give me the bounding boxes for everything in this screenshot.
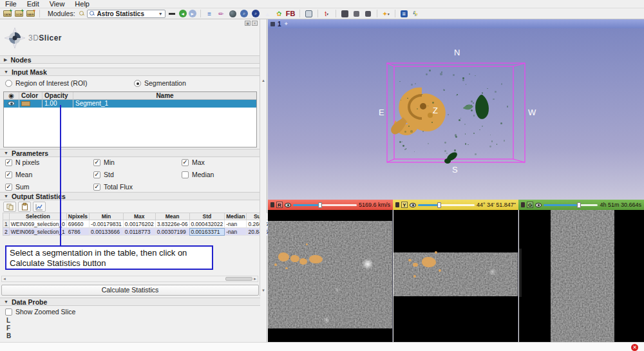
- section-input-mask[interactable]: ▼ Input Mask: [0, 68, 260, 76]
- checkbox-box[interactable]: [182, 171, 189, 178]
- vertical-scrollbar[interactable]: ▲ ▼: [260, 19, 267, 296]
- col-min[interactable]: Min: [90, 213, 124, 220]
- cell-selection[interactable]: WEIN069_selection_1: [9, 228, 66, 236]
- col-std[interactable]: Std: [189, 213, 225, 220]
- green-slice-view[interactable]: [519, 210, 644, 342]
- checkbox-box[interactable]: ✓: [93, 171, 100, 178]
- capture-icon[interactable]: [363, 10, 373, 18]
- scroll-up-icon[interactable]: ▲: [261, 79, 265, 82]
- menu-file[interactable]: File: [0, 0, 22, 8]
- checkbox-box[interactable]: ✓: [5, 184, 12, 191]
- col-median[interactable]: Median: [225, 213, 247, 220]
- wand-icon[interactable]: ✎: [216, 10, 226, 18]
- back-icon[interactable]: ◄: [179, 10, 187, 17]
- chart-icon[interactable]: [33, 202, 46, 212]
- mouse-mode-icon[interactable]: t▾: [322, 10, 332, 18]
- markups-icon[interactable]: ⟑: [263, 10, 272, 18]
- scene-view-icon[interactable]: [352, 10, 361, 18]
- forward-icon[interactable]: ►: [189, 10, 196, 17]
- segment-row[interactable]: 1.00 Segment_1: [4, 100, 256, 108]
- checkbox-box[interactable]: ✓: [93, 159, 100, 166]
- cell-min[interactable]: 0.00133666: [90, 228, 124, 236]
- section-parameters[interactable]: ▼ Parameters: [0, 149, 260, 157]
- editor-icon[interactable]: FB: [286, 10, 296, 18]
- roi-radio-option[interactable]: Region of Interest (ROI): [5, 79, 87, 87]
- checkbox-min[interactable]: ✓Min: [93, 158, 182, 166]
- cell-std-current[interactable]: 0.00163371: [189, 228, 225, 236]
- checkbox-std[interactable]: ✓Std: [93, 171, 182, 178]
- copy-icon[interactable]: [3, 202, 16, 212]
- section-nodes[interactable]: ▶ Nodes: [0, 55, 260, 64]
- checkbox-box[interactable]: ✓: [182, 159, 189, 166]
- layout-icon[interactable]: [304, 10, 314, 18]
- col-selection[interactable]: Selection: [9, 213, 66, 220]
- show-zoomed-slice-checkbox[interactable]: [5, 308, 12, 316]
- python-console-icon[interactable]: ϟϟ: [411, 10, 421, 18]
- green-slice-bar[interactable]: G 4h 51m 30.664s: [518, 200, 644, 210]
- scrollbar-thumb[interactable]: [225, 277, 252, 281]
- roi-radio[interactable]: [5, 80, 12, 87]
- cell-max[interactable]: 0.00176202: [123, 220, 155, 228]
- module-selector-combobox[interactable]: Astro Statistics ▼: [87, 10, 166, 18]
- checkbox-total-flux[interactable]: ✓Total Flux: [93, 183, 182, 191]
- opacity-column-header[interactable]: Opacity: [43, 92, 73, 99]
- crosshair-icon[interactable]: ✦▾: [381, 10, 391, 18]
- col-npixels[interactable]: Npixels: [66, 213, 89, 220]
- module-history-icon[interactable]: ≡: [205, 10, 214, 18]
- checkbox-box[interactable]: ✓: [93, 184, 100, 191]
- checkbox-median[interactable]: Median: [182, 171, 256, 178]
- segmentation-radio[interactable]: [134, 80, 141, 87]
- screenshot-icon[interactable]: [340, 10, 350, 18]
- cell-std[interactable]: 0.000432022: [189, 220, 225, 228]
- section-data-probe[interactable]: ▼ Data Probe: [0, 298, 260, 306]
- pushpin-icon[interactable]: [270, 22, 275, 26]
- statistics-row-1[interactable]: 1 WEIN069_selection_0 69660 -0.00179831 …: [3, 220, 302, 228]
- col-mean[interactable]: Mean: [155, 213, 189, 220]
- segmentation-radio-option[interactable]: Segmentation: [134, 79, 186, 87]
- menu-view[interactable]: View: [44, 0, 70, 8]
- checkbox-max[interactable]: ✓Max: [182, 158, 256, 166]
- show-zoomed-slice-option[interactable]: Show Zoomed Slice: [5, 308, 75, 316]
- checkbox-sum[interactable]: ✓Sum: [5, 183, 93, 191]
- segment-opacity[interactable]: 1.00: [43, 100, 73, 108]
- scroll-down-icon[interactable]: ▼: [261, 289, 265, 292]
- slider-handle[interactable]: [437, 202, 441, 208]
- cell-npixels[interactable]: 69660: [66, 220, 89, 228]
- zoom-module-icon[interactable]: ⌕: [240, 10, 249, 18]
- checkbox-n-pixels[interactable]: ✓N pixels: [5, 158, 93, 166]
- cell-mean[interactable]: 0.00307199: [155, 228, 189, 236]
- cell-max[interactable]: 0.0118773: [123, 228, 155, 236]
- extensions-icon[interactable]: ≣: [399, 10, 409, 18]
- checkbox-box[interactable]: ✓: [5, 171, 12, 178]
- pushpin-icon[interactable]: [521, 202, 525, 207]
- eye-icon[interactable]: [535, 203, 542, 207]
- yellow-slice-view[interactable]: [393, 210, 518, 342]
- cell-median[interactable]: -nan: [225, 220, 247, 228]
- name-column-header[interactable]: Name: [73, 92, 256, 99]
- red-slice-bar[interactable]: R 5169.6 km/s: [268, 200, 393, 210]
- load-data-icon[interactable]: DATA+: [3, 10, 12, 18]
- color-column-header[interactable]: Color: [19, 92, 43, 99]
- cell-min[interactable]: -0.00179831: [90, 220, 124, 228]
- segment-color-swatch[interactable]: [21, 101, 30, 106]
- red-slice-slider[interactable]: [293, 202, 357, 208]
- yellow-slice-bar[interactable]: Y 44° 34' 51.847": [393, 200, 518, 210]
- menu-help[interactable]: Help: [70, 0, 95, 8]
- clipboard-icon[interactable]: [18, 202, 31, 212]
- eye-icon[interactable]: [410, 203, 416, 207]
- horizontal-scrollbar[interactable]: ◄ ►: [1, 276, 258, 282]
- statistics-row-2-selected[interactable]: 2 WEIN069_selection_1 6786 0.00133666 0.…: [3, 228, 302, 236]
- segment-name[interactable]: Segment_1: [73, 100, 256, 108]
- checkbox-box[interactable]: ✓: [5, 159, 12, 166]
- visibility-column-header[interactable]: ◉: [4, 92, 19, 99]
- calculate-statistics-button[interactable]: Calculate Statistics: [1, 285, 259, 296]
- cell-npixels[interactable]: 6786: [66, 228, 89, 236]
- eye-icon[interactable]: [285, 203, 291, 207]
- pushpin-icon[interactable]: [270, 202, 274, 207]
- eye-icon[interactable]: [8, 101, 15, 106]
- cell-median[interactable]: -nan: [225, 228, 247, 236]
- favorite-modules-icon[interactable]: [167, 10, 177, 18]
- cell-selection[interactable]: WEIN069_selection_0: [9, 220, 66, 228]
- popup-icon[interactable]: ▣: [245, 21, 251, 26]
- section-output-statistics[interactable]: ▼ Output Statistics: [0, 192, 260, 200]
